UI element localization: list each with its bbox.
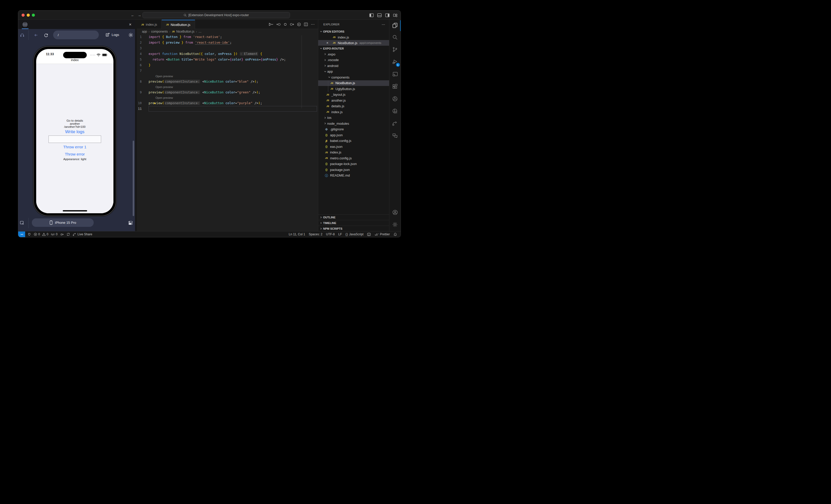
close-window-button[interactable] bbox=[22, 13, 25, 17]
code-line-11[interactable]: 11 bbox=[137, 106, 318, 112]
breadcrumb-app[interactable]: app bbox=[142, 30, 147, 33]
indentation[interactable]: Spaces: 2 bbox=[308, 233, 323, 236]
remote-indicator[interactable]: >< bbox=[18, 232, 25, 237]
text-input-field[interactable] bbox=[49, 136, 101, 143]
git-graph-view-icon[interactable] bbox=[389, 93, 401, 105]
code-line-4[interactable]: 4export function NiceButton({ color, onP… bbox=[137, 51, 318, 57]
history-back-button[interactable]: ← bbox=[130, 12, 135, 18]
extensions-view-icon[interactable] bbox=[389, 80, 401, 93]
language-mode[interactable]: {} JavaScript bbox=[344, 233, 365, 236]
tree-item-.gitignore[interactable]: .gitignore bbox=[318, 126, 389, 132]
tree-item-NiceButton.js[interactable]: JSNiceButton.js bbox=[318, 80, 389, 86]
device-select-button[interactable]: iPhone 15 Pro bbox=[32, 218, 94, 227]
problems-indicator[interactable]: 0 0 bbox=[32, 233, 50, 236]
history-forward-button[interactable]: → bbox=[137, 12, 142, 18]
throw-error-button[interactable]: Throw error bbox=[36, 152, 113, 156]
sync-icon[interactable] bbox=[65, 233, 71, 236]
search-view-icon[interactable] bbox=[389, 31, 401, 43]
feedback-smiley-icon[interactable] bbox=[366, 233, 372, 236]
maximize-window-button[interactable] bbox=[32, 13, 35, 17]
formatter-status[interactable]: Prettier bbox=[373, 233, 391, 236]
tree-item-_layout.js[interactable]: JS_layout.js bbox=[318, 92, 389, 98]
accounts-icon[interactable] bbox=[389, 206, 401, 218]
remote-explorer-view-icon[interactable] bbox=[389, 68, 401, 80]
another-link[interactable]: another bbox=[36, 122, 113, 125]
logs-button[interactable]: Logs bbox=[106, 31, 119, 38]
copilot-sparkle-icon[interactable]: ✦ bbox=[153, 100, 156, 106]
comments-view-icon[interactable] bbox=[389, 129, 401, 142]
tree-item-package-lock.json[interactable]: {}package-lock.json bbox=[318, 161, 389, 167]
tree-item-app.json[interactable]: {}app.json bbox=[318, 132, 389, 138]
code-line-9[interactable]: 9preview(componentInstance: <NiceButton … bbox=[137, 90, 318, 95]
tree-item-another.js[interactable]: JSanother.js bbox=[318, 97, 389, 103]
minimize-window-button[interactable] bbox=[27, 13, 30, 17]
tree-item-.vscode[interactable]: .vscode bbox=[318, 57, 389, 63]
toggle-primary-sidebar-icon[interactable] bbox=[369, 12, 374, 18]
nav-back-icon[interactable] bbox=[33, 32, 39, 38]
tree-item-index.js[interactable]: JSindex.js bbox=[318, 109, 389, 115]
tree-item-babel.config.js[interactable]: βbabel.config.js bbox=[318, 138, 389, 144]
section-npm-scripts[interactable]: NPM SCRIPTS bbox=[318, 226, 389, 231]
toggle-secondary-sidebar-icon[interactable] bbox=[384, 12, 390, 18]
run-debug-view-icon[interactable]: 1 bbox=[389, 56, 401, 68]
toggle-panel-icon[interactable] bbox=[376, 12, 382, 18]
debug-status-icon[interactable] bbox=[59, 233, 65, 236]
command-center[interactable]: [Extension Development Host] expo-router bbox=[142, 12, 290, 18]
reload-icon[interactable] bbox=[43, 32, 49, 38]
ports-plug-icon[interactable] bbox=[26, 233, 32, 236]
close-panel-icon[interactable]: ✕ bbox=[129, 23, 132, 26]
tree-item-README.md[interactable]: iREADME.md bbox=[318, 173, 389, 179]
codelens-open-preview[interactable]: Open preview bbox=[137, 84, 318, 90]
tree-item-details.js[interactable]: JSdetails.js bbox=[318, 103, 389, 109]
write-logs-button[interactable]: Write logs bbox=[36, 129, 113, 135]
tree-item-UglyButton.js[interactable]: JSUglyButton.js bbox=[318, 86, 389, 92]
close-editor-icon[interactable]: ✕ bbox=[326, 41, 328, 45]
route-url-bar[interactable]: / bbox=[53, 31, 99, 39]
code-line-10[interactable]: 10preview(componentInstance: <NiceButton… bbox=[137, 100, 318, 106]
tree-item-metro.config.js[interactable]: JSmetro.config.js bbox=[318, 155, 389, 161]
prev-change-icon[interactable] bbox=[277, 22, 281, 26]
codelens-open-preview[interactable]: Open preview bbox=[137, 73, 318, 79]
open-editor-nicebutton-js[interactable]: ✕ JS NiceButton.js app/components bbox=[318, 40, 389, 46]
breadcrumb[interactable]: app › components › JS NiceButton.js › … bbox=[137, 29, 318, 34]
explorer-view-icon[interactable] bbox=[389, 20, 401, 31]
tab-index-js[interactable]: JS index.js bbox=[137, 20, 162, 29]
code-line-3[interactable]: 3 bbox=[137, 46, 318, 51]
tree-item-package.json[interactable]: {}package.json bbox=[318, 167, 389, 173]
panel-settings-gear-icon[interactable] bbox=[128, 32, 134, 38]
gitlens-view-icon[interactable] bbox=[389, 105, 401, 117]
breadcrumb-components[interactable]: components bbox=[151, 30, 168, 33]
code-line-1[interactable]: 1import { Button } from 'react-native'; bbox=[137, 34, 318, 40]
settings-gear-icon[interactable] bbox=[389, 218, 401, 231]
tree-item-eas.json[interactable]: {}eas.json bbox=[318, 144, 389, 150]
broadcast-indicator[interactable]: 0 bbox=[50, 233, 59, 236]
tree-item-app[interactable]: app bbox=[318, 69, 389, 75]
breadcrumb-file[interactable]: NiceButton.js bbox=[176, 30, 195, 33]
tree-item-.expo[interactable]: .expo bbox=[318, 51, 389, 57]
tree-item-android[interactable]: android bbox=[318, 63, 389, 69]
panel-scrollbar[interactable] bbox=[133, 141, 134, 216]
source-control-view-icon[interactable] bbox=[389, 43, 401, 56]
section-outline[interactable]: OUTLINE bbox=[318, 214, 389, 220]
panel-editor-sash[interactable] bbox=[135, 20, 137, 231]
notifications-bell-icon[interactable] bbox=[393, 233, 398, 236]
customize-layout-icon[interactable] bbox=[393, 12, 398, 18]
radon-ide-tab[interactable] bbox=[22, 20, 28, 29]
encoding[interactable]: UTF-8 bbox=[325, 233, 336, 236]
code-line-2[interactable]: 2import { preview } from 'react-native-i… bbox=[137, 40, 318, 46]
tab-nicebutton-js[interactable]: JS NiceButton.js bbox=[162, 20, 195, 29]
another-id-link[interactable]: /another?id=100 bbox=[36, 125, 113, 128]
eol-sequence[interactable]: LF bbox=[337, 233, 343, 236]
run-file-button[interactable] bbox=[268, 22, 274, 26]
throw-error-1-button[interactable]: Throw error 1 bbox=[36, 145, 113, 149]
tree-item-node_modules[interactable]: node_modules bbox=[318, 121, 389, 126]
tree-item-components[interactable]: components bbox=[318, 75, 389, 80]
run-code-icon[interactable] bbox=[297, 22, 301, 26]
tree-item-index.js[interactable]: JSindex.js bbox=[318, 150, 389, 155]
code-line-7[interactable]: 7 bbox=[137, 68, 318, 73]
section-timeline[interactable]: TIMELINE bbox=[318, 220, 389, 226]
tree-item-ios[interactable]: ios bbox=[318, 115, 389, 121]
breadcrumb-symbol[interactable]: … bbox=[198, 30, 201, 33]
cursor-position[interactable]: Ln 11, Col 1 bbox=[288, 233, 306, 236]
next-change-icon[interactable] bbox=[290, 22, 294, 26]
